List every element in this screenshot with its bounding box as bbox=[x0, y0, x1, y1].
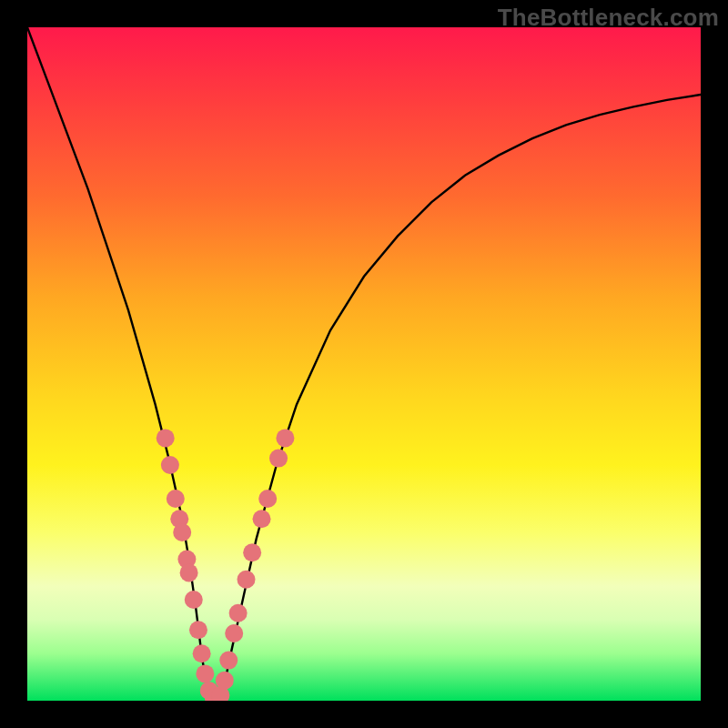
highlight-dot bbox=[219, 652, 238, 670]
highlight-dot bbox=[258, 490, 277, 508]
chart-frame: TheBottleneck.com bbox=[0, 0, 728, 728]
highlight-dot bbox=[193, 644, 211, 662]
highlight-dot bbox=[189, 621, 207, 639]
highlight-dot bbox=[180, 563, 198, 581]
highlight-dot bbox=[216, 672, 234, 690]
highlight-dot bbox=[238, 571, 256, 589]
highlight-dot bbox=[161, 456, 179, 474]
bottleneck-curve bbox=[27, 27, 701, 701]
highlight-dot bbox=[185, 591, 203, 609]
highlight-dots bbox=[157, 429, 295, 701]
highlight-dot bbox=[157, 429, 175, 447]
highlight-dot bbox=[276, 429, 294, 447]
chart-svg bbox=[27, 27, 701, 701]
highlight-dot bbox=[225, 624, 243, 642]
highlight-dot bbox=[196, 664, 214, 682]
highlight-dot bbox=[253, 510, 271, 528]
plot-area bbox=[27, 27, 701, 701]
highlight-dot bbox=[243, 543, 261, 561]
highlight-dot bbox=[269, 450, 288, 468]
highlight-dot bbox=[167, 490, 185, 508]
highlight-dot bbox=[173, 523, 191, 541]
highlight-dot bbox=[229, 604, 248, 622]
